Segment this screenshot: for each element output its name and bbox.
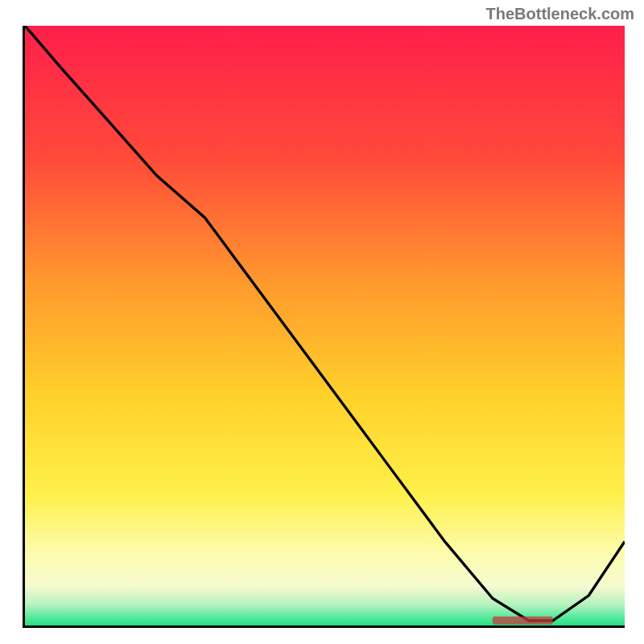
chart-stage: TheBottleneck.com [0,0,644,644]
optimal-marker [493,617,553,625]
bottleneck-curve [25,26,625,621]
attribution-text: TheBottleneck.com [486,5,634,23]
plot-area [23,26,625,628]
curve-layer [25,26,625,625]
